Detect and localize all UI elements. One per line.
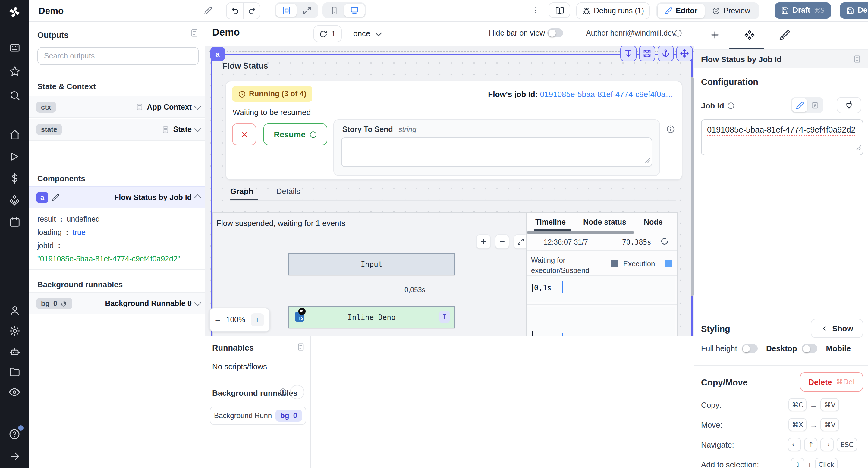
node-inline-deno[interactable]: TS Inline Deno I — [288, 306, 455, 328]
component-a-label: Flow Status by Job Id — [114, 193, 192, 201]
favorites-star-icon[interactable] — [7, 64, 22, 78]
settings-gear-icon[interactable] — [7, 324, 22, 338]
expand-down-icon[interactable] — [620, 46, 637, 61]
connect-plug-icon[interactable] — [837, 97, 861, 113]
tab-preview[interactable]: Preview — [705, 3, 757, 18]
bg-runnables-info-icon[interactable] — [279, 388, 287, 396]
fit-view-icon[interactable] — [514, 234, 528, 249]
form-info-icon[interactable] — [666, 125, 675, 134]
timeline-scrollbar[interactable] — [527, 231, 634, 234]
resume-button[interactable]: Resume — [264, 124, 327, 145]
maximize-icon[interactable] — [639, 46, 655, 61]
users-icon[interactable] — [7, 303, 22, 317]
search-icon[interactable] — [7, 88, 22, 102]
anchor-icon[interactable] — [658, 46, 674, 61]
tab-node-more[interactable]: Node — [644, 218, 663, 227]
workers-robot-icon[interactable] — [7, 344, 22, 358]
bg0-row[interactable]: bg_0 Background Runnable 0 — [29, 292, 205, 314]
author-info-icon[interactable] — [674, 29, 682, 37]
flow-status-component[interactable]: a Flow Status Running (3 of 4) Flow's jo… — [211, 54, 692, 337]
panel-doc-icon[interactable] — [190, 28, 199, 37]
bg0-label: Background Runnable 0 — [105, 299, 192, 307]
ctx-row[interactable]: ctx App Context — [29, 96, 205, 118]
canvas-vertical-scrollbar[interactable] — [691, 77, 694, 296]
kbd-cmd-x: ⌘X — [788, 418, 807, 431]
show-styling-button[interactable]: Show — [811, 319, 863, 338]
refresh-count-button[interactable]: 1 — [313, 25, 341, 42]
chevron-down-icon[interactable] — [194, 125, 201, 132]
tab-editor[interactable]: Editor — [658, 3, 705, 18]
timeline-row-partial[interactable] — [527, 307, 675, 337]
flow-graph[interactable]: Flow suspended, waiting for 1 events Inp… — [212, 212, 678, 337]
component-settings-icon[interactable] — [743, 28, 756, 41]
delete-button[interactable]: Delete ⌘Del — [800, 372, 863, 392]
timeline-row[interactable]: 0,1s — [527, 276, 675, 302]
home-icon[interactable] — [7, 127, 22, 141]
zoom-in-button[interactable]: + — [251, 313, 264, 327]
state-row[interactable]: state State — [29, 119, 205, 141]
desktop-view-icon[interactable] — [344, 4, 365, 17]
mobile-view-icon[interactable] — [324, 4, 344, 17]
execution-tick — [562, 281, 563, 293]
job-id-input[interactable]: 0191085e-5baa-81ef-4774-c9ef4f0a92d2 — [701, 119, 863, 156]
undo-icon[interactable] — [227, 3, 244, 19]
schedules-calendar-icon[interactable] — [7, 214, 22, 229]
hide-bar-toggle[interactable] — [547, 28, 563, 37]
help-icon[interactable] — [7, 427, 22, 441]
static-input-pencil-icon[interactable] — [792, 98, 807, 112]
resources-cubes-icon[interactable] — [7, 193, 22, 207]
component-tag-a[interactable]: a — [210, 47, 225, 61]
audit-eye-icon[interactable] — [7, 385, 22, 399]
variables-dollar-icon[interactable] — [7, 171, 22, 186]
search-outputs-input[interactable] — [37, 47, 199, 65]
theme-brush-icon[interactable] — [778, 28, 791, 41]
apps-icon[interactable] — [7, 40, 22, 55]
zoom-out-icon[interactable] — [495, 234, 509, 249]
redo-icon[interactable] — [244, 3, 260, 19]
deploy-button[interactable]: Deploy — [840, 2, 868, 19]
cancel-button[interactable] — [232, 124, 256, 145]
story-textarea[interactable] — [341, 137, 652, 167]
insert-plus-icon[interactable] — [708, 28, 721, 41]
collapse-arrow-icon[interactable] — [7, 449, 22, 463]
result-prop: result : undefined — [37, 215, 100, 224]
folders-icon[interactable] — [7, 364, 22, 379]
bg-runnable-item[interactable]: Background Runna… bg_0 — [210, 407, 306, 425]
deploy-save-icon — [846, 6, 854, 14]
zoom-out-button[interactable]: − — [215, 315, 221, 325]
resize-handle-icon[interactable] — [856, 142, 861, 154]
centered-layout-icon[interactable] — [276, 4, 297, 17]
canvas[interactable]: a Flow Status Running (3 of 4) Flow's jo… — [205, 46, 694, 337]
flow-job-link[interactable]: 0191085e-5baa-81ef-4774-c9ef4f0a… — [540, 90, 673, 99]
runs-play-icon[interactable] — [7, 149, 22, 164]
function-input-icon[interactable] — [807, 98, 822, 112]
chevron-up-icon[interactable] — [194, 194, 201, 201]
docs-book-button[interactable] — [549, 2, 570, 18]
desktop-toggle[interactable] — [802, 344, 818, 353]
component-doc-icon[interactable] — [853, 55, 861, 63]
draft-button[interactable]: Draft ⌘S — [775, 2, 831, 19]
add-bg-runnable-button[interactable] — [290, 385, 304, 399]
edit-id-pencil-icon[interactable] — [52, 193, 60, 201]
selected-component-title: Flow Status by Job Id — [701, 55, 781, 64]
zoom-in-icon[interactable] — [476, 234, 491, 249]
runnables-doc-icon[interactable] — [297, 343, 305, 351]
jobid-info-icon[interactable] — [727, 102, 735, 110]
move-icon[interactable] — [676, 46, 692, 61]
tab-graph[interactable]: Graph — [230, 187, 253, 196]
debug-runs-button[interactable]: Debug runs (1) — [576, 2, 650, 19]
node-input[interactable]: Input — [288, 253, 455, 275]
fullwidth-layout-icon[interactable] — [297, 4, 317, 17]
windmill-logo[interactable] — [7, 5, 22, 19]
chevron-down-icon[interactable] — [194, 299, 201, 306]
rename-pencil-icon[interactable] — [204, 6, 213, 15]
tab-details[interactable]: Details — [276, 187, 301, 196]
full-height-toggle[interactable] — [742, 344, 758, 353]
tab-timeline[interactable]: Timeline — [535, 218, 566, 227]
kebab-menu-icon[interactable] — [532, 5, 540, 16]
resize-handle-icon[interactable] — [645, 156, 650, 165]
component-a-row[interactable]: a Flow Status by Job Id — [29, 186, 205, 208]
schedule-dropdown[interactable]: once — [353, 29, 381, 38]
chevron-down-icon[interactable] — [194, 103, 201, 110]
tab-node-status[interactable]: Node status — [583, 218, 626, 227]
